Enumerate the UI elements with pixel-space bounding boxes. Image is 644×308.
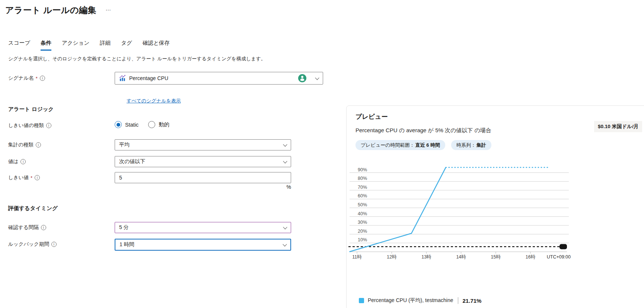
threshold-type-radio-group: Static 動的 xyxy=(115,121,169,128)
info-icon[interactable] xyxy=(40,76,45,81)
legend-series-name: Percentage CPU (平均), testmachine xyxy=(368,297,453,304)
threshold-value-label: しきい値 * xyxy=(8,174,40,181)
svg-text:13時: 13時 xyxy=(421,254,431,260)
metric-chart-icon xyxy=(119,75,126,82)
radio-selected-icon xyxy=(115,121,122,128)
chevron-down-icon xyxy=(283,159,287,163)
info-icon[interactable] xyxy=(36,142,41,147)
evaluation-heading: 評価するタイミング xyxy=(8,205,58,212)
svg-text:90%: 90% xyxy=(358,167,367,172)
more-options-button[interactable]: … xyxy=(105,4,111,12)
chevron-down-icon xyxy=(283,225,287,229)
signal-name-label: シグナル名 * xyxy=(8,74,45,82)
required-asterisk: * xyxy=(36,76,38,81)
threshold-unit: % xyxy=(115,184,291,190)
tab-5[interactable]: 確認と保存 xyxy=(143,39,170,51)
operator-select[interactable]: 次の値以下 xyxy=(115,156,291,167)
frequency-label: 確認する間隔 xyxy=(8,224,46,231)
lookback-label: ルックバック期間 xyxy=(8,241,57,248)
svg-text:20%: 20% xyxy=(358,229,367,234)
svg-text:14時: 14時 xyxy=(456,254,466,260)
alert-logic-heading: アラート ロジック xyxy=(8,106,54,113)
svg-text:70%: 70% xyxy=(358,185,367,190)
tab-bar: スコープ条件アクション詳細タグ確認と保存 xyxy=(8,39,170,51)
preview-badges: プレビューの時間範囲：直近 6 時間時系列：集計 xyxy=(356,140,491,150)
alert-rule-edit-page: アラート ルールの編集 … スコープ条件アクション詳細タグ確認と保存 シグナルを… xyxy=(0,0,644,308)
chevron-down-icon xyxy=(283,242,287,246)
frequency-select[interactable]: 5 分 xyxy=(115,222,291,233)
chevron-down-icon xyxy=(283,142,287,146)
tab-4[interactable]: タグ xyxy=(121,39,132,51)
preview-badge-1: 時系列：集計 xyxy=(451,140,491,150)
preview-chart: 10%20%30%40%50%60%70%80%90%11時12時13時14時1… xyxy=(347,161,577,269)
info-icon[interactable] xyxy=(20,159,26,164)
tab-2[interactable]: アクション xyxy=(62,39,89,51)
info-icon[interactable] xyxy=(35,175,40,180)
threshold-type-label: しきい値の種類 xyxy=(8,122,51,129)
chevron-down-icon xyxy=(315,76,319,80)
legend-color-swatch xyxy=(359,298,364,303)
page-header: アラート ルールの編集 … xyxy=(5,4,111,16)
operator-label: 値は xyxy=(8,158,26,165)
svg-text:40%: 40% xyxy=(358,211,367,216)
page-description: シグナルを選択し、そのロジックを定義することにより、アラート ルールをトリガーす… xyxy=(8,55,266,62)
svg-text:50%: 50% xyxy=(358,202,367,207)
lookback-select[interactable]: 1 時間 xyxy=(115,239,291,251)
svg-text:11時: 11時 xyxy=(352,254,362,260)
svg-text:UTC+09:00: UTC+09:00 xyxy=(547,254,571,260)
info-icon[interactable] xyxy=(46,123,51,128)
info-icon[interactable] xyxy=(41,225,46,230)
radio-unselected-icon xyxy=(148,121,155,128)
preview-badge-0: プレビューの時間範囲：直近 6 時間 xyxy=(356,140,445,150)
radio-dynamic[interactable]: 動的 xyxy=(148,121,169,128)
svg-text:60%: 60% xyxy=(358,193,367,199)
threshold-handle[interactable] xyxy=(559,244,567,249)
tab-3[interactable]: 詳細 xyxy=(100,39,111,51)
tab-1[interactable]: 条件 xyxy=(41,39,51,51)
radio-static[interactable]: Static xyxy=(115,121,138,128)
required-asterisk: * xyxy=(31,175,32,181)
show-all-signals-link[interactable]: すべてのシグナルを表示 xyxy=(127,98,181,104)
page-title: アラート ルールの編集 xyxy=(5,4,96,16)
aggregation-label: 集計の種類 xyxy=(8,141,41,149)
aggregation-select[interactable]: 平均 xyxy=(115,139,291,150)
svg-text:12時: 12時 xyxy=(387,254,397,260)
legend-current-value: 21.71% xyxy=(463,298,482,304)
svg-text:10%: 10% xyxy=(358,237,367,242)
tab-0[interactable]: スコープ xyxy=(8,39,30,51)
price-badge: $0.10 米国ドル/月 xyxy=(594,121,642,132)
svg-text:16時: 16時 xyxy=(526,254,536,260)
threshold-input[interactable] xyxy=(115,172,291,183)
chart-legend: Percentage CPU (平均), testmachine 21.71% xyxy=(359,297,481,304)
svg-text:80%: 80% xyxy=(358,176,367,181)
svg-text:15時: 15時 xyxy=(491,254,501,260)
preview-panel: プレビュー $0.10 米国ドル/月 Percentage CPU の aver… xyxy=(346,105,644,308)
preview-title: プレビュー xyxy=(356,112,388,121)
legend-separator xyxy=(458,297,458,304)
signal-badge-icon xyxy=(298,74,306,82)
signal-select[interactable]: Percentage CPU xyxy=(115,72,323,85)
svg-text:30%: 30% xyxy=(358,220,367,225)
signal-select-value: Percentage CPU xyxy=(129,75,168,81)
info-icon[interactable] xyxy=(51,242,57,247)
condition-summary: Percentage CPU の average が 5% 次の値以下 の場合 xyxy=(356,127,491,134)
